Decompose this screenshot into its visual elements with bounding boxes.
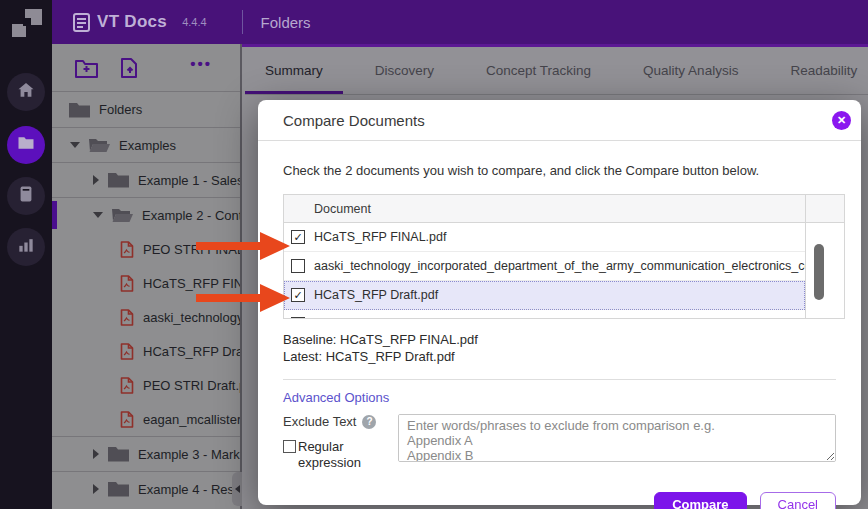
tab-summary[interactable]: Summary [245, 47, 343, 94]
topbar-separator [242, 10, 243, 34]
document-name: aaski_technology_incorporated_department… [314, 259, 805, 273]
caret-right-icon[interactable] [93, 449, 99, 459]
section-divider [283, 379, 836, 380]
rail-item-home[interactable] [7, 73, 45, 111]
document-checkbox[interactable]: ✓ [291, 230, 305, 244]
tree-folder-example-4-resume[interactable]: Example 4 - Resume [52, 472, 240, 506]
tree-folder-folders[interactable]: Folders [52, 92, 240, 127]
document-list: Document ✓HCaTS_RFP FINAL.pdfaaski_techn… [283, 194, 845, 319]
modal-instruction: Check the 2 documents you wish to compar… [283, 163, 836, 178]
pdf-icon [120, 275, 134, 292]
folders-icon [16, 133, 36, 157]
document-name: HCaTS_RFP FINAL.pdf [314, 230, 446, 244]
document-row[interactable]: ✓HCaTS_RFP Draft.pdf [284, 281, 805, 310]
tree-item-label: HCaTS_RFP Draft.pdf [143, 344, 240, 359]
pdf-icon [120, 309, 134, 326]
document-list-header: Document [284, 195, 844, 223]
folder-sidebar: ••• FoldersExamplesExample 1 - Sales RFP… [52, 44, 242, 509]
tab-quality-analysis[interactable]: Quality Analysis [623, 47, 758, 94]
tree-item-label: eagan_mcallister.pdf [143, 412, 240, 427]
tree-folder-example-1-sales-rfp[interactable]: Example 1 - Sales RFP [52, 163, 240, 197]
help-icon[interactable]: ? [362, 415, 376, 429]
folder-icon [111, 206, 134, 224]
collapse-left-icon [235, 485, 240, 493]
app-version: 4.4.4 [182, 16, 206, 28]
caret-down-icon[interactable] [70, 142, 80, 148]
tree-item-label: Example 1 - Sales RFP [138, 173, 240, 188]
scrollbar-gutter-divider [805, 195, 806, 318]
tab-discovery[interactable]: Discovery [355, 47, 454, 94]
document-checkbox[interactable] [291, 317, 305, 319]
tab-concept-tracking[interactable]: Concept Tracking [466, 47, 611, 94]
tree-document-eagan-mcallister-pdf[interactable]: eagan_mcallister.pdf [52, 402, 240, 436]
tree-document-hcats-rfp-draft-pdf[interactable]: HCaTS_RFP Draft.pdf [52, 334, 240, 368]
advanced-options-panel: Exclude Text ? Regular expression [283, 414, 836, 471]
tab-readability[interactable]: Readability [770, 47, 868, 94]
document-column-header: Document [314, 202, 371, 216]
more-options-button[interactable]: ••• [190, 55, 212, 72]
library-icon [16, 184, 36, 208]
tree-item-label: Example 4 - Resume [138, 482, 240, 497]
regular-expression-checkbox[interactable] [283, 440, 296, 453]
selected-indicator [52, 201, 57, 229]
app-name: VT Docs [97, 12, 167, 32]
rail-item-analytics[interactable] [7, 228, 45, 266]
document-name: PEO STRI Draft.pdf [314, 317, 424, 319]
home-icon [16, 80, 36, 104]
tree-folder-examples[interactable]: Examples [52, 128, 240, 162]
document-checkbox[interactable]: ✓ [291, 288, 305, 302]
list-scrollbar[interactable] [814, 244, 824, 300]
compare-button[interactable]: Compare [654, 492, 746, 509]
caret-right-icon[interactable] [93, 484, 99, 494]
comparison-summary: Baseline: HCaTS_RFP FINAL.pdf Latest: HC… [283, 331, 836, 365]
top-bar: VT Docs 4.4.4 Folders [52, 0, 868, 44]
compare-documents-modal: Compare Documents ✕ Check the 2 document… [258, 100, 861, 505]
folder-icon [68, 101, 91, 119]
exclude-text-input[interactable] [398, 414, 836, 462]
cancel-button[interactable]: Cancel [760, 492, 836, 509]
pdf-icon [120, 377, 134, 394]
tree-document-peo-stri-draft-pdf[interactable]: PEO STRI Draft.pdf [52, 368, 240, 402]
modal-header: Compare Documents ✕ [258, 100, 861, 141]
document-checkbox[interactable] [291, 259, 305, 273]
pdf-icon [120, 343, 134, 360]
annotation-arrow-1 [196, 231, 292, 261]
baseline-label: Baseline: HCaTS_RFP FINAL.pdf [283, 331, 836, 348]
folder-icon [88, 136, 111, 154]
close-icon[interactable]: ✕ [832, 111, 851, 130]
annotation-arrow-2 [196, 283, 292, 313]
tree-item-label: Examples [119, 138, 176, 153]
rail-item-folders[interactable] [7, 126, 45, 164]
page-title: Folders [261, 14, 311, 31]
pdf-icon [120, 241, 134, 258]
rail-item-library[interactable] [7, 177, 45, 215]
latest-label: Latest: HCaTS_RFP Draft.pdf [283, 348, 836, 365]
tab-bar: SummaryDiscoveryConcept TrackingQuality … [245, 47, 868, 95]
sidebar-collapse-handle[interactable] [232, 472, 242, 506]
folder-icon [107, 445, 130, 463]
vt-docs-logo-icon [73, 13, 90, 32]
folder-icon [107, 171, 130, 189]
visiblethread-logo [12, 9, 42, 37]
modal-title: Compare Documents [283, 112, 425, 129]
tree-item-label: Example 3 - Marketing [138, 447, 240, 462]
sidebar-toolbar: ••• [52, 44, 240, 92]
document-row[interactable]: ✓HCaTS_RFP FINAL.pdf [284, 223, 805, 252]
folder-icon [107, 480, 130, 498]
document-name: HCaTS_RFP Draft.pdf [314, 288, 438, 302]
tree-item-label: PEO STRI Draft.pdf [143, 378, 240, 393]
new-folder-icon[interactable] [74, 57, 99, 79]
tree-folder-example-2-contracts[interactable]: Example 2 - Contracts [52, 198, 240, 232]
modal-body: Check the 2 documents you wish to compar… [258, 163, 861, 509]
exclude-text-label: Exclude Text [283, 414, 356, 429]
new-document-icon[interactable] [117, 57, 142, 79]
tree-folder-example-3-marketing[interactable]: Example 3 - Marketing [52, 437, 240, 471]
tree-item-label: Example 2 - Contracts [142, 208, 240, 223]
tree-item-label: Folders [99, 102, 142, 117]
document-row[interactable]: PEO STRI Draft.pdf [284, 310, 805, 319]
document-row[interactable]: aaski_technology_incorporated_department… [284, 252, 805, 281]
advanced-options-link[interactable]: Advanced Options [283, 390, 389, 405]
caret-down-icon[interactable] [93, 212, 103, 218]
regular-expression-label: Regular expression [298, 439, 370, 471]
caret-right-icon[interactable] [93, 175, 99, 185]
